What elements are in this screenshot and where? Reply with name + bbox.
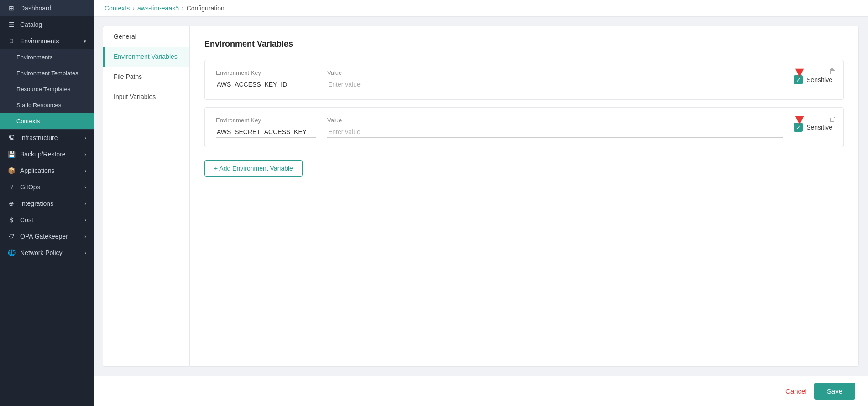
sidebar-item-label: GitOps	[20, 183, 40, 191]
cancel-button[interactable]: Cancel	[785, 387, 807, 395]
env-fields-row-1: Environment Key Value ✓ Sensitive	[216, 69, 832, 90]
backup-icon: 💾	[7, 151, 16, 158]
sidebar-item-resource-templates[interactable]: Resource Templates	[0, 81, 94, 97]
sidebar-item-cost[interactable]: $ Cost ›	[0, 212, 94, 228]
left-panel-item-file-paths[interactable]: File Paths	[103, 67, 189, 87]
sidebar-item-catalog[interactable]: ☰ Catalog	[0, 16, 94, 33]
chevron-right-icon: ›	[84, 184, 86, 190]
sidebar-item-backup-restore[interactable]: 💾 Backup/Restore ›	[0, 146, 94, 162]
env-key-col-1: Environment Key	[216, 69, 316, 90]
add-env-var-button[interactable]: + Add Environment Variable	[204, 160, 303, 177]
left-panel-item-env-vars[interactable]: Environment Variables	[103, 47, 189, 67]
dashboard-icon: ⊞	[7, 5, 16, 12]
red-arrow-2: ▼	[792, 112, 807, 127]
sidebar-item-environments[interactable]: 🖥 Environments ▾	[0, 33, 94, 49]
chevron-right-icon: ›	[84, 217, 86, 223]
env-val-input-2[interactable]	[327, 126, 783, 138]
breadcrumb-current: Configuration	[187, 5, 225, 12]
integrations-icon: ⊕	[7, 200, 16, 207]
environments-icon: 🖥	[7, 37, 16, 45]
chevron-right-icon: ›	[84, 151, 86, 157]
chevron-right-icon: ›	[84, 168, 86, 173]
sidebar-item-environment-templates[interactable]: Environment Templates	[0, 65, 94, 81]
applications-icon: 📦	[7, 167, 16, 174]
sidebar-item-label: Integrations	[20, 200, 53, 207]
breadcrumb-sep2: ›	[182, 5, 184, 12]
opa-icon: 🛡	[7, 233, 16, 240]
sensitive-label-2: Sensitive	[806, 124, 832, 131]
chevron-down-icon: ▾	[84, 38, 86, 44]
chevron-right-icon: ›	[84, 234, 86, 239]
env-val-label-1: Value	[327, 69, 783, 76]
sidebar-item-static-resources[interactable]: Static Resources	[0, 97, 94, 113]
content-area: General Environment Variables File Paths…	[94, 17, 868, 376]
sidebar-item-network-policy[interactable]: 🌐 Network Policy ›	[0, 245, 94, 261]
left-panel-item-general[interactable]: General	[103, 26, 189, 47]
env-val-col-2: Value	[327, 117, 783, 138]
left-panel: General Environment Variables File Paths…	[103, 26, 189, 367]
chevron-right-icon: ›	[84, 135, 86, 141]
main-content: Contexts › aws-tim-eaas5 › Configuration…	[94, 0, 868, 406]
env-val-col-1: Value	[327, 69, 783, 90]
sidebar-item-infrastructure[interactable]: 🏗 Infrastructure ›	[0, 130, 94, 146]
env-key-label-2: Environment Key	[216, 117, 316, 124]
sidebar-item-environments-sub[interactable]: Environments	[0, 49, 94, 65]
network-icon: 🌐	[7, 249, 16, 256]
sidebar-item-gitops[interactable]: ⑂ GitOps ›	[0, 179, 94, 195]
right-panel: Environment Variables ▼ Environment Key …	[189, 26, 859, 367]
env-fields-row-2: Environment Key Value ✓ Sensitive	[216, 117, 832, 138]
sidebar-item-opa-gatekeeper[interactable]: 🛡 OPA Gatekeeper ›	[0, 228, 94, 245]
sidebar-item-label: Backup/Restore	[20, 151, 66, 158]
catalog-icon: ☰	[7, 21, 16, 28]
section-title: Environment Variables	[204, 39, 844, 49]
breadcrumb: Contexts › aws-tim-eaas5 › Configuration	[94, 0, 868, 17]
breadcrumb-env-name[interactable]: aws-tim-eaas5	[137, 5, 179, 12]
sidebar-item-label: Cost	[20, 216, 33, 224]
sidebar-item-label: Environments	[20, 37, 59, 45]
sidebar-item-label: Network Policy	[20, 249, 63, 256]
infrastructure-icon: 🏗	[7, 134, 16, 141]
env-key-col-2: Environment Key	[216, 117, 316, 138]
env-key-label-1: Environment Key	[216, 69, 316, 76]
breadcrumb-contexts[interactable]: Contexts	[105, 5, 130, 12]
sensitive-label-1: Sensitive	[806, 76, 832, 83]
cost-icon: $	[7, 216, 16, 224]
gitops-icon: ⑂	[7, 183, 16, 191]
env-val-input-1[interactable]	[327, 79, 783, 90]
sidebar-item-label: OPA Gatekeeper	[20, 233, 68, 240]
sidebar-item-contexts[interactable]: Contexts	[0, 113, 94, 129]
sidebar-item-label: Dashboard	[20, 5, 52, 12]
save-button[interactable]: Save	[814, 383, 855, 400]
delete-icon-1[interactable]: 🗑	[829, 68, 836, 76]
breadcrumb-sep1: ›	[132, 5, 135, 12]
sidebar-item-integrations[interactable]: ⊕ Integrations ›	[0, 195, 94, 212]
env-key-input-1[interactable]	[216, 79, 316, 90]
chevron-right-icon: ›	[84, 250, 86, 255]
left-panel-item-input-vars[interactable]: Input Variables	[103, 87, 189, 107]
env-var-card-1: ▼ Environment Key Value ✓ Sensitive	[204, 60, 844, 100]
env-key-input-2[interactable]	[216, 126, 316, 138]
env-val-label-2: Value	[327, 117, 783, 124]
sidebar-item-label: Infrastructure	[20, 134, 58, 141]
delete-icon-2[interactable]: 🗑	[829, 115, 836, 123]
chevron-right-icon: ›	[84, 201, 86, 206]
footer: Cancel Save	[94, 376, 868, 406]
sidebar-item-label: Applications	[20, 167, 55, 174]
env-var-card-2: ▼ Environment Key Value ✓ Sensitive	[204, 107, 844, 147]
sidebar-item-label: Catalog	[20, 21, 42, 28]
sidebar: ⊞ Dashboard ☰ Catalog 🖥 Environments ▾ E…	[0, 0, 94, 406]
sidebar-item-dashboard[interactable]: ⊞ Dashboard	[0, 0, 94, 16]
red-arrow-1: ▼	[792, 65, 807, 79]
sidebar-item-applications[interactable]: 📦 Applications ›	[0, 162, 94, 179]
